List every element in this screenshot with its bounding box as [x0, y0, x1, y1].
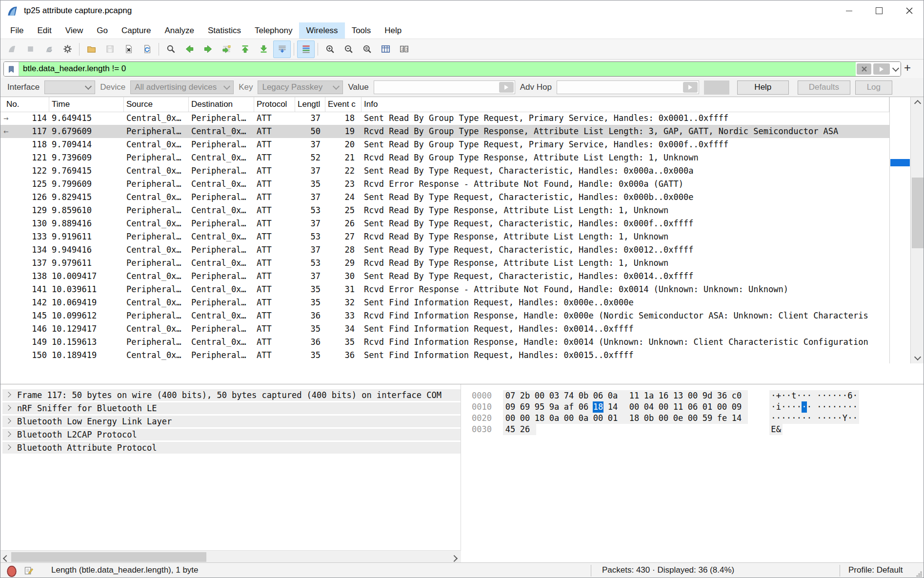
menu-file[interactable]: File: [3, 22, 30, 39]
restart-capture-button[interactable]: [40, 40, 58, 58]
hex-byte[interactable]: 0a: [549, 413, 560, 424]
filter-clear-button[interactable]: [857, 63, 871, 75]
hex-byte[interactable]: 00: [717, 401, 727, 413]
ascii-char[interactable]: ·: [771, 390, 776, 401]
hex-byte[interactable]: fe: [717, 413, 727, 424]
hex-byte[interactable]: 00: [629, 401, 640, 413]
profile-status[interactable]: Profile: Default: [848, 565, 903, 575]
hex-byte[interactable]: 00: [593, 413, 603, 424]
hex-byte[interactable]: 74: [563, 390, 574, 401]
details-scroll-thumb[interactable]: [11, 552, 206, 562]
scroll-up-button[interactable]: [911, 97, 924, 108]
hex-byte[interactable]: 13: [673, 390, 683, 401]
zoom-reset-button[interactable]: [358, 40, 376, 58]
detail-tree-row[interactable]: Bluetooth Low Energy Link Layer: [2, 416, 461, 427]
filter-apply-button[interactable]: [873, 63, 890, 75]
interface-select[interactable]: [44, 80, 95, 94]
colorize-button[interactable]: [297, 40, 315, 58]
detail-tree-row[interactable]: Bluetooth Attribute Protocol: [2, 442, 461, 454]
log-button[interactable]: Log: [855, 80, 892, 95]
maximize-button[interactable]: [865, 0, 893, 21]
column-header-destination[interactable]: Destination: [189, 97, 254, 112]
ascii-char[interactable]: ·: [817, 390, 822, 401]
filter-dropdown-button[interactable]: [891, 62, 901, 76]
ascii-char[interactable]: ·: [822, 390, 827, 401]
ascii-char[interactable]: ·: [827, 413, 832, 424]
ascii-char[interactable]: ·: [837, 401, 843, 413]
auto-scroll-button[interactable]: [273, 40, 291, 58]
packet-row[interactable]: 14210.069419Central_0x…Peripheral…ATT353…: [0, 296, 889, 309]
hex-byte[interactable]: 0a: [607, 390, 618, 401]
hex-byte[interactable]: 01: [702, 401, 713, 413]
menu-wireless[interactable]: Wireless: [299, 22, 344, 39]
save-file-button[interactable]: [101, 40, 119, 58]
open-file-button[interactable]: [82, 40, 100, 58]
stop-capture-button[interactable]: [21, 40, 39, 58]
hex-byte[interactable]: 9d: [702, 390, 713, 401]
packet-row[interactable]: 14610.129417Central_0x…Peripheral…ATT353…: [0, 322, 889, 336]
hex-byte[interactable]: 18: [534, 413, 545, 424]
menu-telephony[interactable]: Telephony: [248, 22, 300, 39]
value-apply-button[interactable]: [499, 82, 514, 93]
hex-byte[interactable]: 00: [687, 413, 698, 424]
hex-byte[interactable]: 00: [687, 390, 698, 401]
hex-byte[interactable]: 06: [593, 390, 603, 401]
ascii-char[interactable]: ·: [843, 401, 848, 413]
filter-add-button[interactable]: +: [900, 61, 915, 76]
hex-byte[interactable]: 00: [658, 401, 669, 413]
hex-byte[interactable]: 0b: [578, 390, 589, 401]
ascii-char[interactable]: ·: [817, 413, 822, 424]
go-first-button[interactable]: [236, 40, 254, 58]
column-header-protocol[interactable]: Protocol: [254, 97, 295, 112]
hex-byte[interactable]: 06: [687, 401, 698, 413]
packet-row[interactable]: 1189.709414Central_0x…Peripheral…ATT3720…: [0, 138, 889, 151]
ascii-char[interactable]: ·: [786, 401, 792, 413]
expander-chevron-icon[interactable]: [5, 418, 11, 423]
detail-tree-row[interactable]: Frame 117: 50 bytes on wire (400 bits), …: [2, 389, 461, 401]
detail-tree-row[interactable]: nRF Sniffer for Bluetooth LE: [2, 402, 461, 414]
hex-byte[interactable]: af: [563, 401, 574, 413]
packet-row[interactable]: 1229.769415Central_0x…Peripheral…ATT3722…: [0, 164, 889, 178]
ascii-char[interactable]: ·: [832, 401, 838, 413]
ascii-char[interactable]: ·: [781, 413, 786, 424]
packet-row[interactable]: 1299.859610Peripheral…Central_0x…ATT5325…: [0, 204, 889, 217]
ascii-char[interactable]: ·: [802, 390, 807, 401]
hex-byte[interactable]: 18: [593, 401, 603, 413]
filter-input[interactable]: btle.data_header.length != 0: [19, 62, 856, 76]
ascii-char[interactable]: ·: [843, 390, 848, 401]
expander-chevron-icon[interactable]: [5, 444, 11, 450]
ascii-char[interactable]: ·: [771, 413, 776, 424]
ascii-char[interactable]: ·: [847, 401, 853, 413]
ascii-char[interactable]: ·: [807, 390, 812, 401]
ascii-char[interactable]: ·: [802, 401, 807, 413]
ascii-char[interactable]: +: [776, 390, 782, 401]
ascii-char[interactable]: &: [776, 424, 782, 435]
device-select[interactable]: All advertising devices: [130, 80, 234, 94]
ascii-char[interactable]: ·: [853, 401, 858, 413]
hex-byte[interactable]: 9a: [549, 401, 560, 413]
adv-hop-apply-button[interactable]: [683, 82, 698, 93]
packet-row[interactable]: 1269.829415Central_0x…Peripheral…ATT3724…: [0, 191, 889, 204]
ascii-char[interactable]: ·: [807, 413, 812, 424]
hex-byte[interactable]: 2b: [520, 390, 530, 401]
menu-analyze[interactable]: Analyze: [158, 22, 201, 39]
ascii-char[interactable]: ·: [797, 401, 802, 413]
packet-row[interactable]: 1379.979611Peripheral…Central_0x…ATT5329…: [0, 257, 889, 270]
go-last-button[interactable]: [255, 40, 272, 58]
hex-byte[interactable]: 03: [549, 390, 560, 401]
ascii-char[interactable]: i: [776, 401, 782, 413]
ascii-char[interactable]: ·: [786, 390, 792, 401]
ascii-char[interactable]: ·: [822, 413, 827, 424]
hex-byte[interactable]: 09: [731, 401, 742, 413]
ascii-char[interactable]: ·: [827, 390, 832, 401]
value-input[interactable]: [374, 80, 515, 94]
ascii-char[interactable]: ·: [827, 401, 832, 413]
detail-tree-row[interactable]: Bluetooth L2CAP Protocol: [2, 429, 461, 440]
expander-chevron-icon[interactable]: [5, 392, 11, 397]
menu-statistics[interactable]: Statistics: [201, 22, 248, 39]
hex-byte[interactable]: 69: [520, 401, 530, 413]
hex-byte[interactable]: 36: [717, 390, 727, 401]
ascii-char[interactable]: ·: [781, 401, 786, 413]
defaults-button[interactable]: Defaults: [798, 80, 850, 95]
hex-byte[interactable]: 00: [520, 413, 530, 424]
